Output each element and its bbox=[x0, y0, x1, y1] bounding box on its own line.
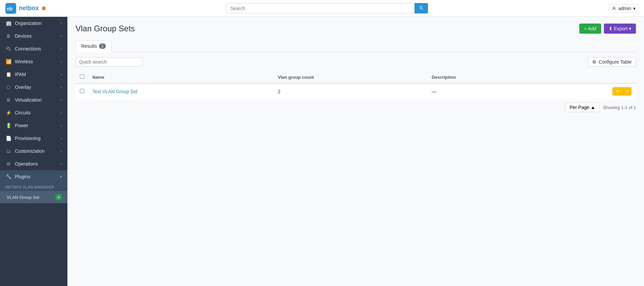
sidebar-item-connections[interactable]: 🔌 Connections › bbox=[0, 42, 67, 55]
page-actions: + Add ⬆ Export ▾ bbox=[579, 24, 636, 34]
vlan-group-set-add-button[interactable]: + bbox=[55, 194, 62, 201]
sidebar-label-ipam: IPAM bbox=[15, 72, 26, 77]
search-button[interactable] bbox=[415, 3, 428, 13]
main-content: Vlan Group Sets + Add ⬆ Export ▾ Results… bbox=[67, 17, 644, 286]
search-bar bbox=[226, 3, 428, 13]
plugins-sub-section-title: NETBOX VLAN MANAGER bbox=[0, 183, 67, 191]
row-edit-dropdown-button[interactable]: ▾ bbox=[623, 87, 632, 96]
row-description-cell: — bbox=[428, 83, 540, 99]
select-all-checkbox[interactable] bbox=[80, 74, 84, 79]
sidebar-item-power[interactable]: 🔋 Power › bbox=[0, 119, 67, 132]
sidebar-label-wireless: Wireless bbox=[15, 59, 33, 64]
plugins-header[interactable]: 🔧 Plugins ▾ bbox=[0, 170, 67, 183]
ipam-icon: 📋 bbox=[5, 71, 11, 77]
tabs: Results 1 bbox=[75, 40, 636, 52]
sidebar-item-vlan-group-set[interactable]: VLAN Group Set + bbox=[0, 191, 67, 203]
row-name-cell: Test VLAN Group Set bbox=[88, 83, 274, 99]
per-page-label: Per Page bbox=[570, 105, 589, 110]
col-name: Name bbox=[88, 71, 274, 84]
col-vlan-group-count: Vlan group count bbox=[274, 71, 428, 84]
sidebar-label-organization: Organization bbox=[15, 21, 41, 26]
row-edit-button[interactable]: ✏ bbox=[612, 87, 623, 96]
provisioning-icon: 📄 bbox=[5, 135, 11, 141]
customization-icon: 🗂 bbox=[5, 148, 11, 154]
overlay-icon: ⬡ bbox=[5, 84, 11, 90]
sidebar-item-organization[interactable]: 🏢 Organization › bbox=[0, 17, 67, 30]
sidebar-label-provisioning: Provisioning bbox=[15, 136, 40, 141]
user-menu[interactable]: admin ▾ bbox=[609, 4, 639, 13]
plugins-section: 🔧 Plugins ▾ NETBOX VLAN MANAGER VLAN Gro… bbox=[0, 170, 67, 203]
sidebar-item-wireless[interactable]: 📶 Wireless › bbox=[0, 55, 67, 68]
operations-icon: ⚙ bbox=[5, 161, 11, 167]
sidebar-label-power: Power bbox=[15, 123, 28, 128]
sidebar-label-customization: Customization bbox=[15, 148, 45, 154]
search-input[interactable] bbox=[226, 3, 415, 13]
col-description: Description bbox=[428, 71, 540, 84]
sidebar-item-provisioning[interactable]: 📄 Provisioning › bbox=[0, 132, 67, 145]
sidebar-item-overlay[interactable]: ⬡ Overlay › bbox=[0, 81, 67, 94]
sidebar-label-devices: Devices bbox=[15, 33, 32, 39]
circuits-chevron: › bbox=[61, 111, 62, 115]
sidebar: 🏢 Organization › 🖥 Devices › 🔌 Connectio… bbox=[0, 17, 67, 286]
configure-table-label: Configure Table bbox=[599, 59, 632, 65]
per-page-button[interactable]: Per Page ▲ bbox=[565, 103, 600, 112]
overlay-chevron: › bbox=[61, 85, 62, 89]
brand-name: netbox bbox=[19, 5, 39, 12]
row-actions-cell: ✏ ▾ bbox=[540, 83, 636, 99]
col-actions bbox=[540, 71, 636, 84]
data-table: Name Vlan group count Description bbox=[75, 71, 636, 99]
wireless-icon: 📶 bbox=[5, 59, 11, 65]
configure-table-icon: ⚙ bbox=[592, 59, 596, 65]
table-toolbar: ⚙ Configure Table bbox=[75, 57, 636, 67]
connections-icon: 🔌 bbox=[5, 46, 11, 52]
sidebar-label-operations: Operations bbox=[15, 161, 38, 167]
row-name-link[interactable]: Test VLAN Group Set bbox=[92, 89, 137, 94]
sidebar-item-circuits[interactable]: ⚡ Circuits › bbox=[0, 106, 67, 119]
sidebar-item-ipam[interactable]: 📋 IPAM › bbox=[0, 68, 67, 81]
row-vlan-count-cell: 2 bbox=[274, 83, 428, 99]
devices-chevron: › bbox=[61, 34, 62, 38]
sidebar-label-connections: Connections bbox=[15, 46, 41, 51]
user-label: admin bbox=[618, 6, 631, 11]
plugins-chevron: ▾ bbox=[60, 175, 62, 179]
power-chevron: › bbox=[61, 123, 62, 128]
row-checkbox[interactable] bbox=[80, 89, 84, 93]
row-actions: ✏ ▾ bbox=[544, 87, 632, 96]
table-footer: Per Page ▲ Showing 1-1 of 1 bbox=[75, 103, 636, 112]
brand-tag bbox=[42, 7, 45, 10]
sidebar-item-virtualization[interactable]: 🖥 Virtualization › bbox=[0, 94, 67, 106]
sidebar-label-virtualization: Virtualization bbox=[15, 97, 42, 103]
row-checkbox-cell bbox=[76, 83, 89, 99]
sidebar-item-operations[interactable]: ⚙ Operations › bbox=[0, 157, 67, 170]
organization-chevron: › bbox=[61, 21, 62, 25]
organization-icon: 🏢 bbox=[5, 20, 11, 26]
export-label: Export bbox=[614, 26, 627, 31]
sidebar-label-overlay: Overlay bbox=[15, 84, 31, 90]
connections-chevron: › bbox=[61, 47, 62, 51]
svg-point-2 bbox=[613, 7, 615, 8]
customization-chevron: › bbox=[61, 149, 62, 153]
provisioning-chevron: › bbox=[61, 136, 62, 140]
ipam-chevron: › bbox=[61, 72, 62, 76]
sidebar-item-devices[interactable]: 🖥 Devices › bbox=[0, 30, 67, 42]
tab-results-badge: 1 bbox=[99, 43, 106, 49]
virtualization-icon: 🖥 bbox=[5, 97, 11, 103]
quick-search-input[interactable] bbox=[75, 57, 143, 67]
svg-text:nb: nb bbox=[7, 6, 12, 11]
add-button[interactable]: + Add bbox=[579, 24, 601, 34]
table-row: Test VLAN Group Set 2 — ✏ ▾ bbox=[76, 83, 636, 99]
tab-results-label: Results bbox=[81, 43, 97, 49]
power-icon: 🔋 bbox=[5, 122, 11, 129]
sidebar-item-customization[interactable]: 🗂 Customization › bbox=[0, 145, 67, 157]
navbar: nb netbox admin ▾ bbox=[0, 0, 644, 17]
export-button[interactable]: ⬆ Export ▾ bbox=[604, 24, 636, 34]
showing-text: Showing 1-1 of 1 bbox=[603, 105, 636, 110]
operations-chevron: › bbox=[61, 162, 62, 166]
devices-icon: 🖥 bbox=[5, 33, 11, 39]
tab-results[interactable]: Results 1 bbox=[75, 40, 112, 52]
brand-logo-link[interactable]: nb netbox bbox=[5, 3, 45, 14]
configure-table-button[interactable]: ⚙ Configure Table bbox=[588, 57, 636, 67]
virtualization-chevron: › bbox=[61, 98, 62, 102]
circuits-icon: ⚡ bbox=[5, 110, 11, 116]
wireless-chevron: › bbox=[61, 60, 62, 64]
